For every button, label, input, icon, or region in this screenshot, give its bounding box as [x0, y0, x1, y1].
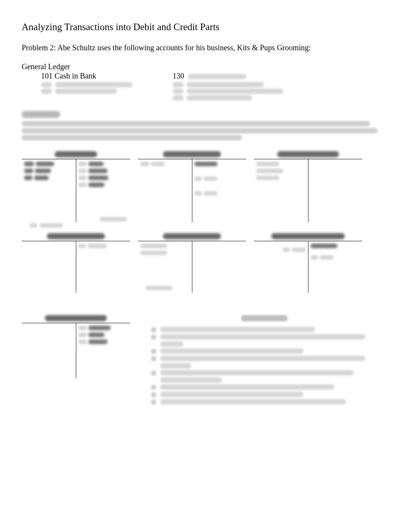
t-account-title-blurred	[163, 233, 221, 239]
t-account-credit-side	[308, 241, 362, 291]
ledger-acct-num: 130	[173, 72, 184, 80]
directions-body-blurred	[22, 121, 389, 140]
ledger-account-blurred	[173, 89, 283, 94]
t-account-frame	[22, 159, 130, 221]
t-account	[22, 315, 130, 389]
t-account-title-blurred	[277, 151, 339, 157]
t-account-debit-side	[254, 241, 308, 291]
t-account-credit-side	[76, 241, 130, 291]
t-account-balance-blurred	[100, 217, 127, 222]
t-account	[254, 151, 362, 225]
ledger-col-right: 130	[173, 71, 283, 102]
problem-intro: Problem 2: Abe Schultz uses the followin…	[22, 43, 389, 52]
transactions-header-blurred	[241, 315, 288, 321]
t-account	[22, 233, 130, 307]
t-account-debit-side	[22, 159, 76, 221]
t-account-credit-side	[76, 323, 130, 377]
ledger-account-blurred	[41, 89, 173, 94]
ledger-account-blurred	[173, 95, 283, 101]
ledger-acct-name: Cash in Bank	[55, 72, 96, 80]
t-account-title-blurred	[163, 151, 221, 157]
t-account-frame	[254, 159, 362, 221]
t-account-credit-side	[192, 241, 246, 291]
t-account	[22, 151, 130, 225]
ledger-account-101: 101 Cash in Bank	[41, 71, 173, 81]
t-account-debit-side	[22, 323, 76, 377]
t-account-debit-side	[22, 241, 76, 291]
t-account-title-blurred	[55, 151, 97, 157]
ledger-account-blurred	[41, 82, 173, 87]
t-account-frame	[138, 159, 246, 221]
t-account-title-blurred	[271, 233, 345, 239]
t-account	[254, 233, 362, 307]
directions-section	[22, 111, 389, 140]
t-account-title-blurred	[47, 233, 105, 239]
t-account-frame	[254, 241, 362, 291]
transactions-list-blurred	[139, 327, 389, 405]
t-account-credit-side	[308, 159, 362, 221]
t-account-frame	[22, 241, 130, 291]
t-account-credit-side	[192, 159, 246, 221]
bottom-section	[22, 315, 389, 406]
t-account-frame	[138, 241, 246, 291]
t-account-title-blurred	[45, 315, 107, 321]
transactions-section	[139, 315, 389, 406]
ledger-account-blurred	[173, 82, 283, 87]
t-account-debit-side	[138, 241, 192, 291]
page-title: Analyzing Transactions into Debit and Cr…	[22, 22, 389, 32]
t-account-balance-blurred	[146, 286, 173, 290]
general-ledger-header: General Ledger	[22, 62, 389, 71]
ledger-account-130: 130	[173, 71, 283, 81]
ledger-columns: 101 Cash in Bank 130	[41, 71, 389, 102]
ledger-col-left: 101 Cash in Bank	[41, 71, 173, 102]
t-account	[138, 233, 246, 307]
ledger-acct-num: 101	[41, 72, 53, 80]
directions-header-blurred	[22, 111, 60, 118]
ledger-acct-name-blurred	[188, 74, 246, 79]
t-account-frame	[22, 323, 130, 377]
t-account-debit-side	[254, 159, 308, 221]
t-accounts-grid	[22, 151, 389, 307]
t-account-credit-side	[76, 159, 130, 221]
t-account	[138, 151, 246, 225]
t-account-debit-side	[138, 159, 192, 221]
